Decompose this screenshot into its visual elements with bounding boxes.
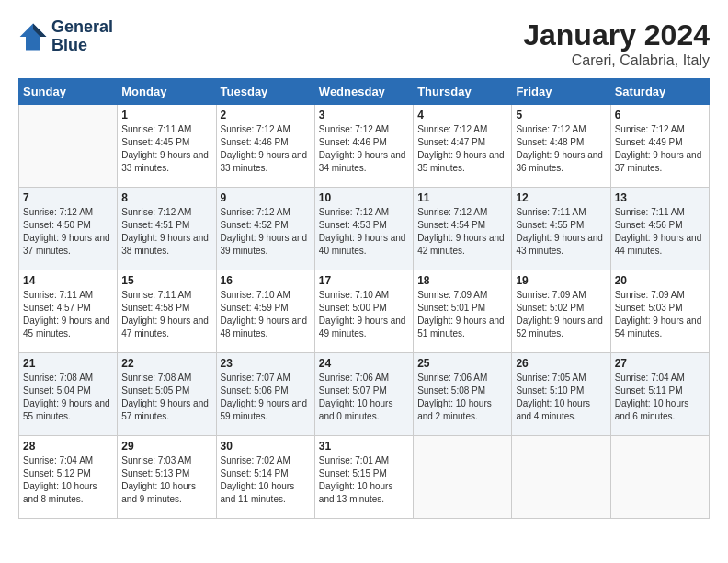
day-cell: 20 Sunrise: 7:09 AM Sunset: 5:03 PM Dayl… [610, 270, 709, 353]
daylight: Daylight: 10 hours and 6 minutes. [615, 398, 689, 421]
day-cell [610, 436, 709, 519]
day-info: Sunrise: 7:10 AM Sunset: 4:59 PM Dayligh… [221, 289, 311, 340]
daylight: Daylight: 9 hours and 47 minutes. [121, 316, 209, 339]
day-info: Sunrise: 7:12 AM Sunset: 4:47 PM Dayligh… [417, 123, 507, 175]
day-cell: 31 Sunrise: 7:01 AM Sunset: 5:15 PM Dayl… [314, 436, 413, 519]
sunset: Sunset: 4:49 PM [615, 137, 683, 147]
sunrise: Sunrise: 7:12 AM [319, 207, 389, 217]
day-info: Sunrise: 7:11 AM Sunset: 4:58 PM Dayligh… [121, 289, 211, 340]
daylight: Daylight: 9 hours and 37 minutes. [23, 233, 110, 256]
header-cell-saturday: Saturday [610, 79, 709, 105]
day-cell: 15 Sunrise: 7:11 AM Sunset: 4:58 PM Dayl… [118, 270, 216, 353]
title-block: January 2024 Careri, Calabria, Italy [523, 18, 710, 69]
day-cell: 2 Sunrise: 7:12 AM Sunset: 4:46 PM Dayli… [216, 105, 314, 188]
day-info: Sunrise: 7:12 AM Sunset: 4:52 PM Dayligh… [221, 206, 311, 258]
sunset: Sunset: 5:12 PM [23, 468, 91, 478]
day-cell: 16 Sunrise: 7:10 AM Sunset: 4:59 PM Dayl… [216, 270, 314, 353]
day-info: Sunrise: 7:11 AM Sunset: 4:45 PM Dayligh… [121, 123, 211, 175]
daylight: Daylight: 10 hours and 13 minutes. [319, 481, 393, 504]
logo-text: General Blue [51, 18, 113, 55]
day-number: 28 [23, 440, 113, 453]
daylight: Daylight: 9 hours and 36 minutes. [516, 150, 603, 173]
sunset: Sunset: 5:15 PM [319, 468, 387, 478]
day-number: 14 [23, 274, 113, 287]
sunset: Sunset: 5:02 PM [516, 303, 584, 313]
day-number: 29 [121, 440, 211, 453]
day-cell: 6 Sunrise: 7:12 AM Sunset: 4:49 PM Dayli… [610, 105, 709, 188]
day-number: 26 [516, 357, 606, 370]
sunset: Sunset: 4:58 PM [121, 303, 189, 313]
sunset: Sunset: 4:59 PM [221, 303, 289, 313]
header-cell-tuesday: Tuesday [216, 79, 314, 105]
sunset: Sunset: 4:45 PM [121, 137, 189, 147]
day-cell: 4 Sunrise: 7:12 AM Sunset: 4:47 PM Dayli… [414, 105, 512, 188]
sunrise: Sunrise: 7:12 AM [417, 207, 487, 217]
day-info: Sunrise: 7:12 AM Sunset: 4:49 PM Dayligh… [615, 123, 705, 175]
day-number: 24 [319, 357, 409, 370]
sunrise: Sunrise: 7:11 AM [23, 290, 93, 300]
day-number: 2 [221, 109, 311, 121]
day-cell: 13 Sunrise: 7:11 AM Sunset: 4:56 PM Dayl… [610, 188, 709, 270]
day-number: 3 [319, 109, 409, 121]
sunrise: Sunrise: 7:10 AM [221, 290, 290, 300]
day-cell: 7 Sunrise: 7:12 AM Sunset: 4:50 PM Dayli… [19, 188, 118, 270]
day-number: 20 [615, 274, 705, 287]
day-cell: 1 Sunrise: 7:11 AM Sunset: 4:45 PM Dayli… [118, 105, 216, 188]
day-info: Sunrise: 7:12 AM Sunset: 4:54 PM Dayligh… [417, 206, 507, 258]
daylight: Daylight: 9 hours and 35 minutes. [417, 150, 505, 173]
day-cell: 28 Sunrise: 7:04 AM Sunset: 5:12 PM Dayl… [19, 436, 118, 519]
sunrise: Sunrise: 7:11 AM [615, 207, 685, 217]
sunrise: Sunrise: 7:12 AM [23, 207, 93, 217]
day-info: Sunrise: 7:08 AM Sunset: 5:05 PM Dayligh… [121, 372, 211, 423]
day-number: 17 [319, 274, 409, 287]
sunrise: Sunrise: 7:12 AM [121, 207, 191, 217]
sunset: Sunset: 5:04 PM [23, 385, 91, 396]
day-number: 19 [516, 274, 606, 287]
day-number: 7 [23, 191, 113, 204]
daylight: Daylight: 9 hours and 33 minutes. [221, 150, 308, 173]
day-cell: 10 Sunrise: 7:12 AM Sunset: 4:53 PM Dayl… [314, 188, 413, 270]
day-info: Sunrise: 7:09 AM Sunset: 5:03 PM Dayligh… [615, 289, 705, 340]
sunset: Sunset: 4:51 PM [121, 220, 189, 230]
sunrise: Sunrise: 7:05 AM [516, 373, 586, 383]
sunrise: Sunrise: 7:06 AM [417, 373, 487, 383]
day-info: Sunrise: 7:09 AM Sunset: 5:02 PM Dayligh… [516, 289, 606, 340]
day-cell: 5 Sunrise: 7:12 AM Sunset: 4:48 PM Dayli… [512, 105, 610, 188]
day-number: 18 [417, 274, 507, 287]
day-info: Sunrise: 7:12 AM Sunset: 4:46 PM Dayligh… [221, 123, 311, 175]
header-cell-friday: Friday [512, 79, 610, 105]
day-number: 15 [121, 274, 211, 287]
daylight: Daylight: 10 hours and 8 minutes. [23, 481, 97, 504]
sunrise: Sunrise: 7:04 AM [615, 373, 685, 383]
sunset: Sunset: 4:50 PM [23, 220, 91, 230]
day-number: 23 [221, 357, 311, 370]
day-cell: 26 Sunrise: 7:05 AM Sunset: 5:10 PM Dayl… [512, 353, 610, 436]
sunrise: Sunrise: 7:06 AM [319, 373, 389, 383]
sunrise: Sunrise: 7:12 AM [417, 124, 487, 134]
day-cell: 22 Sunrise: 7:08 AM Sunset: 5:05 PM Dayl… [118, 353, 216, 436]
daylight: Daylight: 9 hours and 39 minutes. [221, 233, 308, 256]
day-info: Sunrise: 7:11 AM Sunset: 4:56 PM Dayligh… [615, 206, 705, 258]
sunset: Sunset: 5:08 PM [417, 385, 485, 396]
sunrise: Sunrise: 7:01 AM [319, 455, 389, 465]
day-cell: 21 Sunrise: 7:08 AM Sunset: 5:04 PM Dayl… [19, 353, 118, 436]
daylight: Daylight: 9 hours and 51 minutes. [417, 316, 505, 339]
day-number: 31 [319, 440, 409, 453]
sunrise: Sunrise: 7:12 AM [516, 124, 586, 134]
day-cell: 3 Sunrise: 7:12 AM Sunset: 4:46 PM Dayli… [314, 105, 413, 188]
day-number: 21 [23, 357, 113, 370]
header-cell-thursday: Thursday [414, 79, 512, 105]
day-number: 4 [417, 109, 507, 121]
sunrise: Sunrise: 7:09 AM [417, 290, 487, 300]
day-info: Sunrise: 7:12 AM Sunset: 4:53 PM Dayligh… [319, 206, 409, 258]
day-number: 10 [319, 191, 409, 204]
day-cell: 18 Sunrise: 7:09 AM Sunset: 5:01 PM Dayl… [414, 270, 512, 353]
day-cell: 25 Sunrise: 7:06 AM Sunset: 5:08 PM Dayl… [414, 353, 512, 436]
day-info: Sunrise: 7:04 AM Sunset: 5:11 PM Dayligh… [615, 372, 705, 423]
day-number: 27 [615, 357, 705, 370]
day-info: Sunrise: 7:09 AM Sunset: 5:01 PM Dayligh… [417, 289, 507, 340]
day-number: 30 [221, 440, 311, 453]
day-cell [19, 105, 118, 188]
day-info: Sunrise: 7:11 AM Sunset: 4:57 PM Dayligh… [23, 289, 113, 340]
sunrise: Sunrise: 7:12 AM [221, 207, 290, 217]
